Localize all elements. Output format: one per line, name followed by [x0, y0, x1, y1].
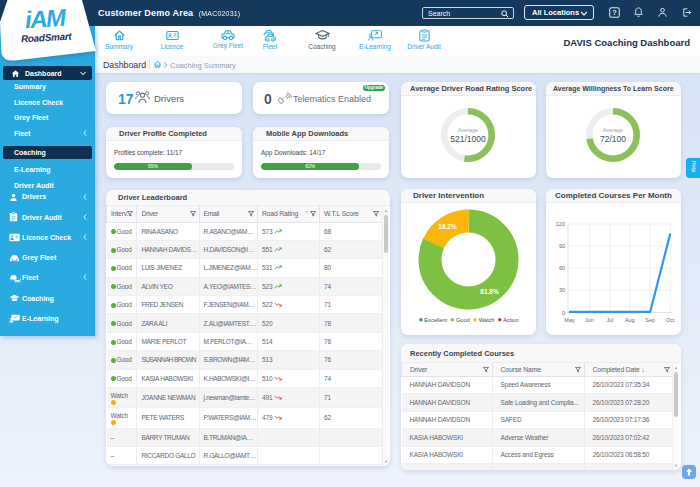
svg-text:Average: Average: [458, 127, 478, 133]
svg-text:521/1000: 521/1000: [450, 134, 486, 144]
svg-text:0: 0: [562, 310, 565, 316]
svg-text:Sep: Sep: [645, 317, 655, 323]
svg-text:Jun: Jun: [585, 317, 594, 323]
svg-text:81.8%: 81.8%: [480, 288, 499, 295]
svg-text:?: ?: [612, 8, 617, 17]
svg-text:30: 30: [559, 287, 565, 293]
svg-text:120: 120: [556, 221, 565, 227]
svg-text:18.2%: 18.2%: [438, 223, 457, 230]
svg-text:May: May: [564, 317, 575, 323]
svg-text:60: 60: [559, 265, 565, 271]
svg-text:Oct: Oct: [666, 317, 675, 323]
svg-text:72/100: 72/100: [600, 134, 626, 144]
svg-text:90: 90: [559, 243, 565, 249]
svg-text:Aug: Aug: [625, 317, 635, 323]
svg-text:Average: Average: [603, 127, 623, 133]
svg-text:Jul: Jul: [606, 317, 613, 323]
